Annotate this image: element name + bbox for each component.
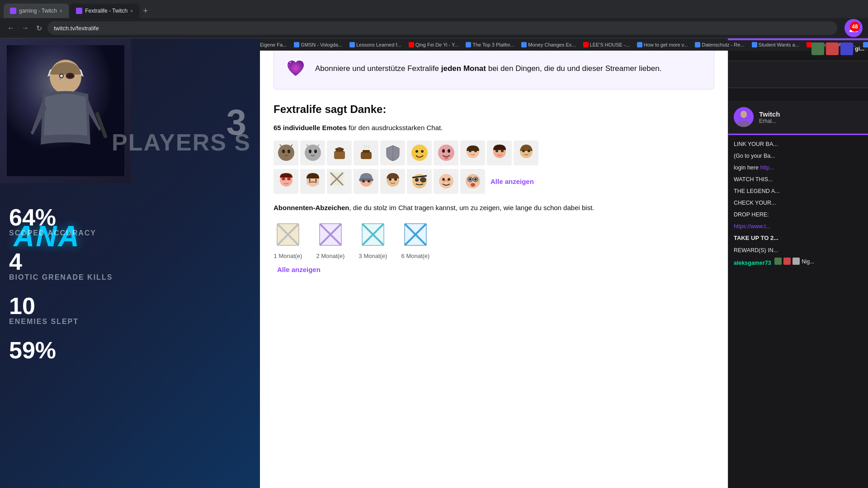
emote-girl3[interactable] <box>487 141 512 165</box>
stat-label-accuracy: SCOPED ACCURACY <box>9 229 251 237</box>
tab-close-2[interactable]: × <box>130 8 133 14</box>
tab-gaming-twitch[interactable]: gaming - Twitch × <box>4 4 69 18</box>
tab-close-1[interactable]: × <box>60 8 62 14</box>
emote-fist[interactable] <box>434 169 458 194</box>
chat-messages-area[interactable]: LINK YOUR BA... (Go to your Ba... login … <box>728 135 868 488</box>
emotes-show-all-link[interactable]: Alle anzeigen <box>491 178 534 185</box>
chat-msg-take-up-to: TAKE UP TO 2... <box>734 234 863 243</box>
emote-girl7[interactable] <box>380 169 405 194</box>
stat-enemies-slept: 10 ENEMIES SLEPT <box>9 294 251 326</box>
emote-armor[interactable] <box>380 141 405 165</box>
stat-label-slept: ENEMIES SLEPT <box>9 318 251 326</box>
bookmark-label: LEE'S HOUSE -... <box>590 42 630 47</box>
svg-point-4 <box>60 75 63 77</box>
emote-face2[interactable] <box>434 141 458 165</box>
bookmark-label: Qing Fei De Yi - Y... <box>415 42 459 47</box>
bookmark-how-to-get[interactable]: How to get more v... <box>634 41 691 48</box>
user-icon-button[interactable]: 48 <box>844 19 863 37</box>
emote-box1[interactable] <box>460 169 485 194</box>
take-up-to-text: TAKE UP TO 2... <box>734 235 778 241</box>
chat-text: login here <box>734 164 760 171</box>
svg-point-39 <box>282 178 285 180</box>
badges-grid: 1 Monat(e) 2 Monat(e) <box>274 220 714 259</box>
chat-text: REWARD(S) IN... <box>734 247 778 253</box>
badge-label-3months: 3 Monat(e) <box>359 253 387 259</box>
svg-rect-21 <box>363 150 370 153</box>
svg-point-36 <box>522 150 525 152</box>
badge-label-6months: 6 Monat(e) <box>401 253 430 259</box>
stat-value-slept: 10 <box>9 294 251 318</box>
chat-text: CHECK YOUR... <box>734 200 776 206</box>
emote-girl1[interactable] <box>460 141 485 165</box>
bookmark-datenschutz[interactable]: Datenschutz - Re... <box>692 41 747 48</box>
chat-link-https[interactable]: https://www.t... <box>734 223 770 230</box>
hero-portrait-svg <box>7 45 124 176</box>
emote-pirate[interactable] <box>407 169 432 194</box>
bookmark-icon <box>466 42 471 47</box>
emote-girl6[interactable] <box>300 169 325 194</box>
svg-point-40 <box>287 178 291 180</box>
emote-pot1[interactable] <box>327 141 352 165</box>
bookmark-icon <box>409 42 414 47</box>
svg-rect-20 <box>361 152 372 159</box>
chat-msg-aleksgamer: aleksgamer73 Nig... <box>734 258 863 267</box>
svg-point-37 <box>528 150 530 152</box>
emote-helm[interactable] <box>354 169 378 194</box>
svg-rect-16 <box>334 151 345 159</box>
bookmark-money[interactable]: Money Changes Ex... <box>519 41 578 48</box>
avatar-svg <box>734 107 754 127</box>
hero-image-area <box>0 38 131 183</box>
svg-point-6 <box>66 74 74 78</box>
emote-cross1-container[interactable]: fextraPout <box>327 169 352 194</box>
mini-user-strip: gi... <box>808 41 868 57</box>
reload-button[interactable]: ↻ <box>34 24 44 33</box>
svg-point-61 <box>469 178 472 181</box>
chat-header-strip: gi... <box>728 61 868 88</box>
svg-point-10 <box>278 145 294 161</box>
sub-text-bold: jeden Monat <box>441 64 486 73</box>
chat-msg-login: login here http... <box>734 163 863 172</box>
right-sidebar: → gi... Twi <box>728 38 868 488</box>
bookmark-top3[interactable]: The Top 3 Platfor... <box>463 41 517 48</box>
emote-girl4[interactable] <box>514 141 538 165</box>
chat-text: LINK YOUR BA... <box>734 141 778 147</box>
url-text: twitch.tv/fextralife <box>54 25 99 32</box>
bookmark-qing-fei[interactable]: Qing Fei De Yi - Y... <box>406 41 462 48</box>
purple-accent-bar <box>728 38 868 40</box>
tab-bar: gaming - Twitch × Fextralife - Twitch × … <box>0 0 868 18</box>
address-bar[interactable]: twitch.tv/fextralife <box>47 21 837 35</box>
emote-pot2[interactable] <box>354 141 378 165</box>
mini-icon-green <box>811 42 824 55</box>
badge-2-months: 2 Monat(e) <box>316 220 345 259</box>
main-content: Abonniere und unterstütze Fextralife jed… <box>260 38 728 488</box>
icon-green-small <box>774 258 782 265</box>
svg-point-31 <box>474 150 477 152</box>
svg-point-22 <box>411 145 428 161</box>
tab-fextralife-twitch[interactable]: Fextralife - Twitch × <box>70 4 139 18</box>
emote-cat2[interactable] <box>300 141 325 165</box>
back-button[interactable]: ← <box>5 24 16 32</box>
tab-label-1: gaming - Twitch <box>19 8 57 14</box>
notification-badge: 48 <box>850 22 860 32</box>
emote-girl5[interactable] <box>274 169 298 194</box>
forward-button[interactable]: → <box>20 24 31 32</box>
emote-face1[interactable] <box>407 141 432 165</box>
badge-icon-3months <box>359 220 387 249</box>
bookmark-lessons[interactable]: Lessons Learned f... <box>347 41 404 48</box>
chat-link-login[interactable]: http... <box>760 164 774 171</box>
mini-username: gi... <box>855 46 864 52</box>
stats-container: 64% SCOPED ACCURACY 4 BIOTIC GRENADE KIL… <box>9 206 251 375</box>
new-tab-button[interactable]: + <box>141 6 151 16</box>
tab-label-2: Fextralife - Twitch <box>85 8 127 14</box>
bookmark-lee[interactable]: LEE'S HOUSE -... <box>580 41 632 48</box>
bookmark-label: Lessons Learned f... <box>356 42 401 47</box>
badges-show-all-link[interactable]: Alle anzeigen <box>277 266 321 273</box>
bookmark-gmsn[interactable]: GMSN - Vologda... <box>291 41 345 48</box>
emote-cat1[interactable] <box>274 141 298 165</box>
bookmark-student[interactable]: Student Wants a... <box>749 41 802 48</box>
chat-msg-link-ba: LINK YOUR BA... <box>734 140 863 149</box>
svg-point-26 <box>442 149 445 153</box>
tab-favicon-1 <box>10 8 16 14</box>
badges-section: Abonnenten-Abzeichen, die du stolz im Ch… <box>274 203 714 274</box>
chat-msg-legenda: THE LEGEND A... <box>734 187 863 196</box>
